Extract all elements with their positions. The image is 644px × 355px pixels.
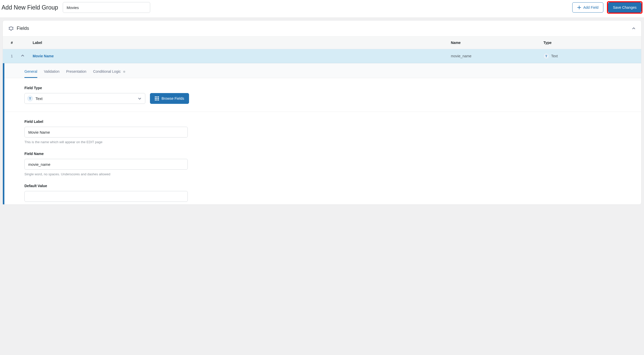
field-type-badge-icon: T: [27, 96, 33, 101]
default-value-input[interactable]: [24, 191, 188, 202]
type-badge-icon: T: [543, 53, 549, 59]
conditional-indicator-icon: [123, 71, 125, 73]
col-header-num: #: [3, 41, 21, 45]
panel-title: Fields: [17, 26, 29, 31]
collapse-panel-icon[interactable]: [632, 27, 636, 30]
grid-icon: [155, 96, 159, 101]
field-type-label: Field Type: [24, 86, 634, 90]
default-value-heading: Default Value: [24, 184, 634, 188]
field-type-selected-text: Text: [35, 96, 43, 101]
field-label-help: This is the name which will appear on th…: [24, 140, 634, 144]
tab-conditional-label: Conditional Logic: [93, 69, 121, 74]
row-type-text: Text: [551, 54, 558, 58]
field-name-heading: Field Name: [24, 152, 634, 156]
field-tabs: General Validation Presentation Conditio…: [4, 63, 641, 78]
save-changes-label: Save Changes: [613, 5, 637, 10]
field-group-title-input[interactable]: [63, 2, 150, 13]
plus-icon: [577, 5, 581, 10]
field-editor-body: General Validation Presentation Conditio…: [3, 63, 641, 204]
row-name: movie_name: [451, 54, 543, 58]
row-type: T Text: [543, 53, 641, 59]
save-button-highlight: Save Changes: [608, 2, 641, 13]
row-collapse-icon[interactable]: [21, 54, 24, 58]
row-label[interactable]: Movie Name: [33, 54, 451, 58]
fields-table-header: # Label Name Type: [3, 36, 641, 49]
field-row[interactable]: 1 Movie Name movie_name T Text: [3, 49, 641, 63]
tab-conditional-logic[interactable]: Conditional Logic: [93, 67, 125, 78]
field-type-select[interactable]: T Text: [24, 93, 145, 104]
fields-panel: Fields # Label Name Type 1 Movie Name mo…: [3, 20, 641, 205]
fields-icon: [8, 26, 14, 31]
save-changes-button[interactable]: Save Changes: [608, 2, 641, 13]
tab-presentation[interactable]: Presentation: [66, 67, 86, 78]
field-name-help: Single word, no spaces. Underscores and …: [24, 172, 634, 176]
field-label-input[interactable]: [24, 127, 188, 138]
col-header-name: Name: [451, 41, 543, 45]
add-field-button[interactable]: Add Field: [572, 2, 603, 13]
field-name-input[interactable]: [24, 159, 188, 170]
tab-general[interactable]: General: [24, 67, 37, 78]
tab-validation[interactable]: Validation: [44, 67, 59, 78]
browse-fields-button[interactable]: Browse Fields: [150, 93, 189, 104]
page-title: Add New Field Group: [2, 4, 58, 11]
field-label-section: Field Label This is the name which will …: [4, 112, 641, 204]
panel-header: Fields: [3, 21, 641, 36]
row-number: 1: [3, 54, 21, 58]
field-label-heading: Field Label: [24, 120, 634, 124]
top-bar: Add New Field Group Add Field Save Chang…: [0, 0, 644, 18]
browse-fields-label: Browse Fields: [162, 96, 184, 101]
col-header-type: Type: [543, 41, 641, 45]
col-header-label: Label: [33, 41, 451, 45]
add-field-label: Add Field: [583, 5, 598, 10]
chevron-down-icon: [138, 97, 141, 100]
field-type-section: Field Type T Text: [4, 78, 641, 112]
